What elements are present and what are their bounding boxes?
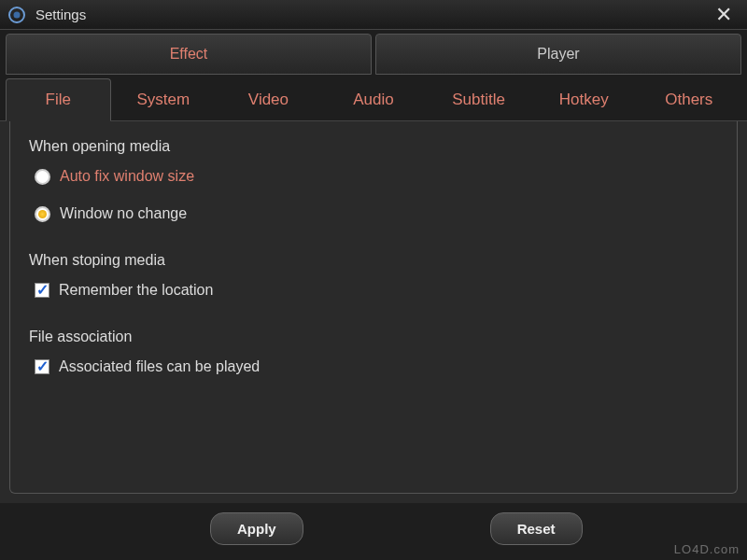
settings-window: Settings ✕ Effect Player File System Vid… [0, 0, 747, 560]
label-auto-fix: Auto fix window size [60, 168, 194, 185]
tab-player[interactable]: Player [375, 34, 741, 75]
section-association-label: File association [29, 329, 718, 345]
close-icon[interactable]: ✕ [708, 3, 740, 27]
label-associated: Associated files can be played [59, 358, 260, 375]
tab-file[interactable]: File [6, 78, 111, 121]
button-bar: Apply Reset [0, 503, 747, 560]
tab-system[interactable]: System [111, 78, 217, 120]
checkbox-associated[interactable] [35, 359, 49, 374]
tab-audio[interactable]: Audio [321, 78, 427, 120]
label-remember: Remember the location [59, 282, 213, 299]
sub-tabs: File System Video Audio Subtitle Hotkey … [0, 75, 747, 121]
radio-no-change[interactable] [35, 206, 50, 222]
apply-button[interactable]: Apply [210, 512, 303, 545]
section-stopping-label: When stoping media [29, 252, 718, 269]
app-icon [7, 6, 26, 24]
option-no-change: Window no change [35, 205, 718, 222]
window-title: Settings [35, 7, 708, 22]
tab-others[interactable]: Others [636, 78, 741, 120]
svg-point-1 [14, 11, 21, 18]
option-auto-fix: Auto fix window size [35, 168, 718, 185]
file-settings-panel: When opening media Auto fix window size … [9, 121, 738, 494]
main-tabs: Effect Player [0, 30, 747, 75]
titlebar: Settings ✕ [0, 0, 747, 30]
tab-subtitle[interactable]: Subtitle [426, 78, 531, 120]
option-remember: Remember the location [35, 282, 718, 299]
checkbox-remember[interactable] [35, 283, 49, 298]
tab-video[interactable]: Video [216, 78, 321, 120]
label-no-change: Window no change [60, 205, 187, 222]
reset-button[interactable]: Reset [490, 512, 583, 545]
radio-auto-fix[interactable] [35, 169, 50, 185]
option-associated: Associated files can be played [35, 358, 718, 375]
watermark: LO4D.com [674, 542, 740, 556]
tab-effect[interactable]: Effect [6, 34, 372, 75]
tab-hotkey[interactable]: Hotkey [531, 78, 637, 120]
section-opening-label: When opening media [29, 138, 718, 155]
